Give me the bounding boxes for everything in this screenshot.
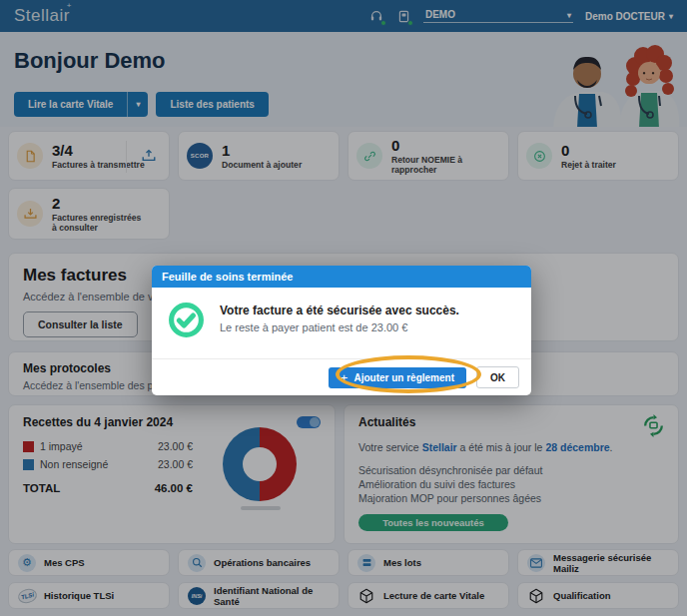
- add-payment-button[interactable]: + Ajouter un règlement: [329, 367, 466, 388]
- plus-icon: +: [341, 370, 348, 385]
- add-payment-label: Ajouter un règlement: [353, 372, 454, 383]
- modal-message: Votre facture a été sécurisée avec succè…: [220, 304, 459, 317]
- ok-button[interactable]: OK: [476, 366, 519, 388]
- modal-body: Votre facture a été sécurisée avec succè…: [152, 288, 531, 358]
- feuille-de-soins-modal: Feuille de soins terminée Votre facture …: [152, 266, 531, 395]
- success-check-icon: [168, 302, 205, 338]
- modal-title: Feuille de soins terminée: [152, 266, 531, 288]
- modal-footer: + Ajouter un règlement OK: [152, 358, 531, 395]
- modal-submessage: Le reste à payer patient est de 23.00 €: [220, 321, 459, 333]
